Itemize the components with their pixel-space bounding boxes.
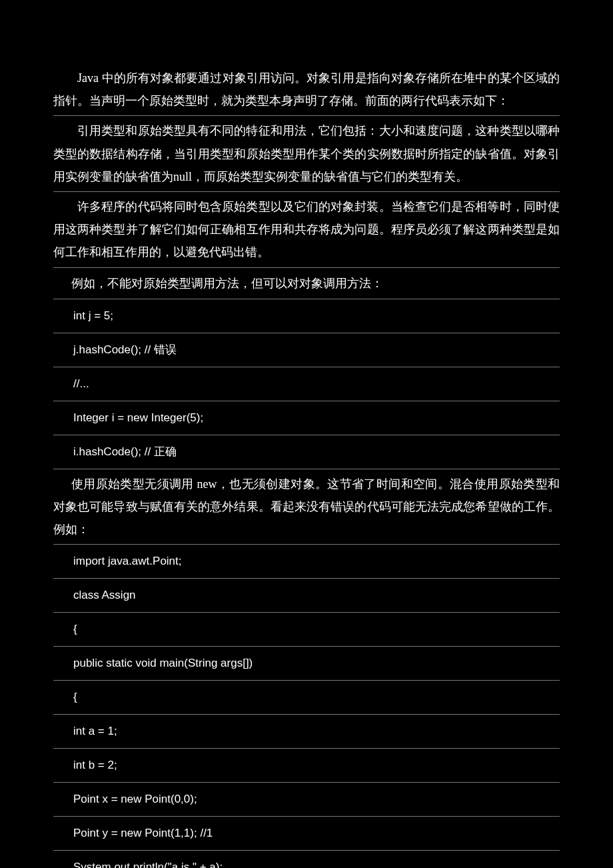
code-line-15: System.out.println("a is " + a); [53, 851, 560, 868]
code-comment: 错误 [154, 343, 177, 356]
code-line-12: int b = 2; [53, 749, 560, 783]
code-line-2: j.hashCode(); // 错误 [53, 333, 560, 367]
code-line-4: Integer i = new Integer(5); [53, 401, 560, 435]
code-line-7: class Assign [53, 579, 560, 613]
paragraph-1: Java 中的所有对象都要通过对象引用访问。对象引用是指向对象存储所在堆中的某个… [53, 63, 560, 116]
code-line-10: { [53, 681, 560, 715]
code-line-9: public static void main(String args[]) [53, 647, 560, 681]
paragraph-5: 使用原始类型无须调用 new，也无须创建对象。这节省了时间和空间。混合使用原始类… [53, 469, 560, 545]
code-line-3: //... [53, 367, 560, 401]
code-line-6: import java.awt.Point; [53, 545, 560, 579]
document-page: Java 中的所有对象都要通过对象引用访问。对象引用是指向对象存储所在堆中的某个… [0, 0, 613, 868]
content-area: Java 中的所有对象都要通过对象引用访问。对象引用是指向对象存储所在堆中的某个… [53, 63, 560, 868]
code-line-8: { [53, 613, 560, 647]
paragraph-3: 许多程序的代码将同时包含原始类型以及它们的对象封装。当检查它们是否相等时，同时使… [53, 192, 560, 268]
code-comment: 正确 [154, 445, 177, 458]
paragraph-2: 引用类型和原始类型具有不同的特征和用法，它们包括：大小和速度问题，这种类型以哪种… [53, 116, 560, 192]
code-text: i.hashCode(); // [73, 445, 154, 458]
paragraph-4: 例如，不能对原始类型调用方法，但可以对对象调用方法： [53, 268, 560, 299]
code-line-14: Point y = new Point(1,1); //1 [53, 817, 560, 851]
code-line-1: int j = 5; [53, 299, 560, 333]
code-line-5: i.hashCode(); // 正确 [53, 435, 560, 469]
code-text: j.hashCode(); // [73, 343, 154, 356]
code-line-11: int a = 1; [53, 715, 560, 749]
code-line-13: Point x = new Point(0,0); [53, 783, 560, 817]
